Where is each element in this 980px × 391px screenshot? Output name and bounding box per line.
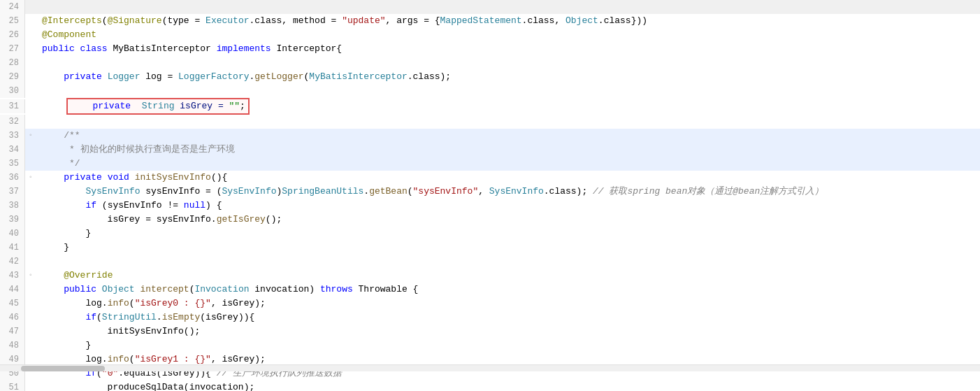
code-line: 29 private Logger log = LoggerFactory.ge… bbox=[0, 70, 980, 84]
line-code-content: isGrey = sysEnvInfo.getIsGrey(); bbox=[36, 213, 980, 227]
line-number: 38 bbox=[0, 199, 25, 213]
line-number: 26 bbox=[0, 28, 25, 42]
line-code-content: @Override bbox=[36, 269, 980, 283]
code-line: 40 } bbox=[0, 227, 980, 241]
line-number: 35 bbox=[0, 157, 25, 171]
line-number: 37 bbox=[0, 185, 25, 199]
code-line: 44 public Object intercept(Invocation in… bbox=[0, 283, 980, 297]
code-line: 42 bbox=[0, 255, 980, 269]
line-code-content: private Logger log = LoggerFactory.getLo… bbox=[36, 70, 980, 84]
line-code-content: } bbox=[36, 241, 980, 255]
line-code-content: } bbox=[36, 339, 980, 353]
line-code-content: log.info("isGrey0 : {}", isGrey); bbox=[36, 297, 980, 311]
code-line: 43◦ @Override bbox=[0, 269, 980, 283]
line-number: 42 bbox=[0, 255, 25, 269]
scroll-thumb[interactable] bbox=[21, 366, 105, 371]
line-code-content: private void initSysEnvInfo(){ bbox=[36, 171, 980, 185]
line-number: 43 bbox=[0, 269, 25, 283]
code-line: 33◦ /** bbox=[0, 129, 980, 143]
line-code-content: initSysEnvInfo(); bbox=[36, 325, 980, 339]
line-number: 33 bbox=[0, 129, 25, 143]
line-code-content: } bbox=[36, 227, 980, 241]
line-number: 51 bbox=[0, 381, 25, 391]
code-line: 24 bbox=[0, 0, 980, 14]
code-line: 39 isGrey = sysEnvInfo.getIsGrey(); bbox=[0, 213, 980, 227]
code-line: 27public class MyBatisInterceptor implem… bbox=[0, 42, 980, 56]
code-line: 38 if (sysEnvInfo != null) { bbox=[0, 199, 980, 213]
line-number: 32 bbox=[0, 115, 25, 129]
line-code-content: SysEnvInfo sysEnvInfo = (SysEnvInfo)Spri… bbox=[36, 185, 980, 199]
line-number: 27 bbox=[0, 42, 25, 56]
code-line: 25@Intercepts(@Signature(type = Executor… bbox=[0, 14, 980, 28]
line-number: 47 bbox=[0, 325, 25, 339]
line-number: 46 bbox=[0, 311, 25, 325]
line-collapse-indicator[interactable]: ◦ bbox=[25, 129, 36, 143]
line-collapse-indicator[interactable]: ◦ bbox=[25, 171, 36, 185]
code-line: 30 bbox=[0, 84, 980, 98]
code-line: 51 produceSqlData(invocation); bbox=[0, 381, 980, 391]
line-code-content: private String isGrey = ""; bbox=[36, 98, 980, 115]
line-number: 31 bbox=[0, 99, 25, 113]
code-line: 34 * 初始化的时候执行查询是否是生产环境 bbox=[0, 143, 980, 157]
code-editor: 2425@Intercepts(@Signature(type = Execut… bbox=[0, 0, 980, 391]
line-number: 29 bbox=[0, 70, 25, 84]
line-number: 44 bbox=[0, 283, 25, 297]
code-line: 46 if(StringUtil.isEmpty(isGrey)){ bbox=[0, 311, 980, 325]
line-code-content: /** bbox=[36, 129, 980, 143]
code-line: 28 bbox=[0, 56, 980, 70]
code-line: 36◦ private void initSysEnvInfo(){ bbox=[0, 171, 980, 185]
line-code-content: @Component bbox=[36, 28, 980, 42]
code-line: 35 */ bbox=[0, 157, 980, 171]
line-number: 45 bbox=[0, 297, 25, 311]
line-code-content: @Intercepts(@Signature(type = Executor.c… bbox=[36, 14, 980, 28]
line-code-content: */ bbox=[36, 157, 980, 171]
line-code-content: produceSqlData(invocation); bbox=[36, 381, 980, 391]
code-line: 48 } bbox=[0, 339, 980, 353]
line-code-content: * 初始化的时候执行查询是否是生产环境 bbox=[36, 143, 980, 157]
line-number: 28 bbox=[0, 56, 25, 70]
code-line: 37 SysEnvInfo sysEnvInfo = (SysEnvInfo)S… bbox=[0, 185, 980, 199]
line-number: 39 bbox=[0, 213, 25, 227]
line-number: 30 bbox=[0, 84, 25, 98]
line-number: 34 bbox=[0, 143, 25, 157]
code-line: 47 initSysEnvInfo(); bbox=[0, 325, 980, 339]
code-line: 32 bbox=[0, 115, 980, 129]
line-code-content: if(StringUtil.isEmpty(isGrey)){ bbox=[36, 311, 980, 325]
horizontal-scrollbar[interactable] bbox=[0, 364, 980, 371]
code-area: 2425@Intercepts(@Signature(type = Execut… bbox=[0, 0, 980, 391]
code-line: 45 log.info("isGrey0 : {}", isGrey); bbox=[0, 297, 980, 311]
code-line: 26@Component bbox=[0, 28, 980, 42]
code-line: 41 } bbox=[0, 241, 980, 255]
line-number: 24 bbox=[0, 0, 25, 14]
line-number: 48 bbox=[0, 339, 25, 353]
line-collapse-indicator[interactable]: ◦ bbox=[25, 269, 36, 283]
line-number: 25 bbox=[0, 14, 25, 28]
line-code-content: public class MyBatisInterceptor implemen… bbox=[36, 42, 980, 56]
line-code-content: if (sysEnvInfo != null) { bbox=[36, 199, 980, 213]
line-number: 41 bbox=[0, 241, 25, 255]
line-number: 40 bbox=[0, 227, 25, 241]
line-number: 36 bbox=[0, 171, 25, 185]
line-code-content: public Object intercept(Invocation invoc… bbox=[36, 283, 980, 297]
code-line: 31 private String isGrey = ""; bbox=[0, 98, 980, 115]
